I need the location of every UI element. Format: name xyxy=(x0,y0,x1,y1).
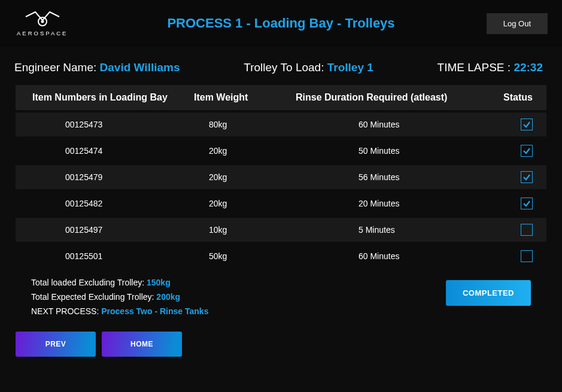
page-title: PROCESS 1 - Loading Bay - Trolleys xyxy=(0,16,562,31)
cell-item-number: 00125497 xyxy=(26,225,194,235)
check-icon xyxy=(522,120,531,129)
table-row: 0012550150kg60 Minutes xyxy=(16,244,546,268)
engineer-name: David Williams xyxy=(100,61,180,74)
cell-item-number: 00125479 xyxy=(26,172,194,182)
trolley-block: Trolley To Load: Trolley 1 xyxy=(244,61,373,74)
col-status: Status xyxy=(487,92,536,103)
prev-button[interactable]: PREV xyxy=(16,332,96,357)
col-item-weight: Item Weight xyxy=(194,92,296,103)
cell-rinse-duration: 5 Minutes xyxy=(296,225,487,235)
svg-point-1 xyxy=(41,20,44,23)
check-icon xyxy=(522,199,531,208)
engineer-label: Engineer Name: xyxy=(14,61,100,74)
home-button[interactable]: HOME xyxy=(102,332,182,357)
trolley-name: Trolley 1 xyxy=(327,61,373,74)
status-checkbox[interactable] xyxy=(521,118,533,130)
col-item-numbers: Item Numbers in Loading Bay xyxy=(26,92,194,103)
logo: AEROSPACE xyxy=(17,11,68,37)
total-expected-row: Total Expected Excluding Trolley: 200kg xyxy=(31,292,208,302)
table-header-row: Item Numbers in Loading Bay Item Weight … xyxy=(16,85,546,110)
next-process-label: NEXT PROCESS: xyxy=(31,306,101,316)
cell-item-weight: 20kg xyxy=(194,146,296,156)
status-checkbox[interactable] xyxy=(521,224,533,236)
table-body: 0012547380kg60 Minutes0012547420kg50 Min… xyxy=(16,113,546,268)
logout-button[interactable]: Log Out xyxy=(487,13,548,34)
status-checkbox[interactable] xyxy=(521,250,533,262)
cell-item-weight: 50kg xyxy=(194,251,296,261)
check-icon xyxy=(522,147,531,155)
time-label: TIME LAPSE : xyxy=(438,61,514,74)
col-rinse-duration: Rinse Duration Required (atleast) xyxy=(296,92,487,103)
header-bar: AEROSPACE PROCESS 1 - Loading Bay - Trol… xyxy=(0,0,562,47)
table-row: 0012547420kg50 Minutes xyxy=(16,139,546,163)
total-loaded-label: Total loaded Excluding Trolley: xyxy=(31,278,147,287)
status-checkbox[interactable] xyxy=(521,171,533,183)
next-process-row: NEXT PROCESS: Process Two - Rinse Tanks xyxy=(31,306,208,316)
engineer-block: Engineer Name: David Williams xyxy=(14,61,180,74)
cell-item-weight: 20kg xyxy=(194,172,296,182)
cell-item-number: 00125473 xyxy=(26,120,194,129)
aerospace-logo-icon xyxy=(25,11,60,28)
total-expected-value: 200kg xyxy=(156,292,180,302)
cell-item-number: 00125501 xyxy=(26,251,194,261)
total-loaded-value: 150kg xyxy=(147,278,171,287)
cell-rinse-duration: 60 Minutes xyxy=(296,120,487,129)
status-checkbox[interactable] xyxy=(521,197,533,209)
total-expected-label: Total Expected Excluding Trolley: xyxy=(31,292,156,302)
table-row: 0012549710kg5 Minutes xyxy=(16,218,546,242)
total-loaded-row: Total loaded Excluding Trolley: 150kg xyxy=(31,278,208,287)
summary-section: Total loaded Excluding Trolley: 150kg To… xyxy=(0,268,562,321)
info-bar: Engineer Name: David Williams Trolley To… xyxy=(0,47,562,85)
cell-item-number: 00125474 xyxy=(26,146,194,156)
cell-rinse-duration: 56 Minutes xyxy=(296,172,487,182)
table-row: 0012548220kg20 Minutes xyxy=(16,192,546,215)
trolley-label: Trolley To Load: xyxy=(244,61,327,74)
time-block: TIME LAPSE : 22:32 xyxy=(438,61,543,74)
table-row: 0012547380kg60 Minutes xyxy=(16,113,546,136)
time-value: 22:32 xyxy=(514,61,543,74)
cell-rinse-duration: 50 Minutes xyxy=(296,146,487,156)
bottom-nav: PREV HOME xyxy=(0,321,562,367)
table-row: 0012547920kg56 Minutes xyxy=(16,165,546,189)
cell-rinse-duration: 20 Minutes xyxy=(296,199,487,208)
cell-item-weight: 80kg xyxy=(194,120,296,129)
check-icon xyxy=(522,173,531,181)
completed-button[interactable]: COMPLETED xyxy=(446,280,531,306)
cell-item-weight: 10kg xyxy=(194,225,296,235)
cell-item-number: 00125482 xyxy=(26,199,194,208)
next-process-value: Process Two - Rinse Tanks xyxy=(101,306,208,316)
status-checkbox[interactable] xyxy=(521,145,533,157)
cell-rinse-duration: 60 Minutes xyxy=(296,251,487,261)
cell-item-weight: 20kg xyxy=(194,199,296,208)
brand-text: AEROSPACE xyxy=(17,30,68,37)
